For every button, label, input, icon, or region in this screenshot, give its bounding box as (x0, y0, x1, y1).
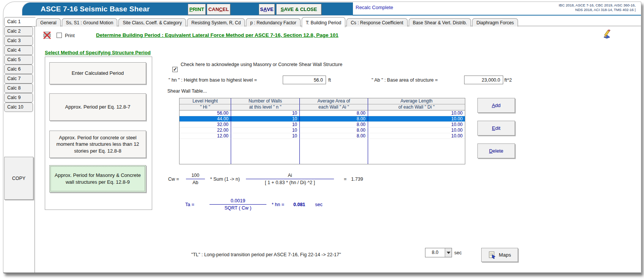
cw-equals: = (344, 177, 346, 182)
table-empty-area (180, 139, 465, 164)
ta-mult-term: * hn = (272, 202, 284, 207)
cw-sum-term: * Sum (1 -> n) (210, 177, 240, 182)
acknowledge-label: Check here to acknowledge using Masonry … (181, 62, 342, 67)
page-heading: Determine Building Period : Equivalent L… (96, 32, 339, 38)
tl-label: "TL" : Long-period transition period per… (191, 252, 341, 257)
cancel-button[interactable]: CANCEL (207, 4, 230, 15)
ta-formula: Ta = 0.0019 SQRT ( Cw ) * hn = 0.081 sec (185, 198, 323, 211)
fraction-bar (209, 204, 266, 205)
maps-button-label: Maps (499, 252, 511, 258)
ta-result: 0.081 (293, 202, 305, 207)
maps-icon (488, 251, 496, 259)
calc-tab-9[interactable]: Calc 9 (4, 93, 33, 102)
fraction-bar (186, 179, 205, 179)
tab-resisting-system[interactable]: Resisting System, R, Cd (187, 18, 245, 27)
cw-formula: Cw = 100 Ab * Sum (1 -> n) Ai [ 1 + 0.83… (168, 173, 363, 186)
table-row[interactable]: 22.00 10 8.00 10.00 (180, 128, 465, 133)
cw-result: 1.739 (351, 177, 363, 182)
calc-tab-7[interactable]: Calc 7 (4, 74, 33, 84)
acknowledge-checkbox[interactable] (172, 67, 178, 72)
print-disabled-icon[interactable] (43, 31, 51, 39)
window-title: ASCE 7-16 Seismic Base Shear (41, 5, 150, 13)
table-row[interactable]: 44.00 10 8.00 10.00 (180, 116, 465, 122)
tl-dropdown[interactable]: 8.0 (425, 248, 452, 257)
fraction-bar (246, 179, 334, 179)
tab-redundancy-factor[interactable]: p : Redundancy Factor (246, 18, 300, 27)
calc-tab-1[interactable]: Calc 1 (4, 17, 36, 27)
add-row-button[interactable]: Add (477, 98, 515, 113)
ta-lhs: Ta = (185, 202, 194, 207)
calc-tab-10[interactable]: Calc 10 (4, 102, 33, 112)
print-checkbox[interactable] (57, 33, 62, 38)
table-header-row-1: Level Height Number of Walls Average Are… (180, 98, 465, 104)
ab-label: " Ab " : Base area of structure = (372, 77, 438, 83)
copy-button[interactable]: COPY (4, 157, 33, 200)
tab-base-shear[interactable]: Base Shear & Vert. Distrib. (409, 18, 471, 27)
calc-tab-list: Calc 1 Calc 2 Calc 3 Calc 4 Calc 5 Calc … (4, 17, 36, 112)
hn-label: " hn " : Height from base to highest lev… (168, 77, 257, 83)
calc-tab-5[interactable]: Calc 5 (4, 55, 33, 65)
table-caption: Shear Wall Table... (167, 88, 207, 94)
ta-unit: sec (315, 202, 322, 207)
method-enter-calculated-period[interactable]: Enter Calculated Period (49, 62, 146, 84)
ab-unit: ft^2 (504, 77, 512, 83)
method-approx-eq-12-8-8[interactable]: Approx. Period for concrete or steel mom… (49, 131, 146, 158)
table-row[interactable]: 56.00 10 8.00 10.00 (180, 110, 465, 116)
save-and-close-button[interactable]: SAVE & CLOSE (276, 4, 321, 15)
print-button[interactable]: PRINT (188, 4, 206, 15)
cw-lhs: Cw = (168, 177, 179, 182)
tab-general[interactable]: General (36, 18, 61, 27)
cw-fraction-1: 100 Ab (186, 173, 205, 186)
app-window: ASCE 7-16 Seismic Base Shear ? PRINT CAN… (3, 2, 641, 273)
maps-button[interactable]: Maps (481, 248, 518, 262)
ab-input[interactable] (464, 76, 503, 84)
tl-unit: sec (454, 250, 461, 255)
tab-building-period[interactable]: T: Building Period (302, 17, 345, 27)
tab-ground-motion[interactable]: Ss, S1 : Ground Motion (62, 18, 118, 27)
shear-wall-table: Level Height Number of Walls Average Are… (179, 98, 465, 164)
calc-tab-2[interactable]: Calc 2 (4, 27, 33, 36)
method-approx-eq-12-8-9[interactable]: Approx. Period for Masonry & Concrete wa… (49, 165, 146, 192)
tab-strip: General Ss, S1 : Ground Motion Site Clas… (36, 16, 519, 27)
hn-unit: ft (328, 77, 331, 83)
calc-tab-6[interactable]: Calc 6 (4, 65, 33, 74)
method-heading: Select Method of Specifying Structure Pe… (45, 50, 151, 55)
save-button[interactable]: SAVE (259, 4, 275, 15)
table-row[interactable]: 32.00 10 8.00 10.00 (180, 122, 465, 128)
tab-diaphragm-forces[interactable]: Diaphragm Forces (472, 18, 518, 27)
tab-site-class[interactable]: Site Class, Coeff. & Category (118, 18, 186, 27)
building-codes-text: IBC 2018, ASCE 7-16, CBC 2019, AISC 360-… (551, 3, 636, 13)
recalc-status: Recalc Complete (356, 5, 393, 10)
tl-value: 8.0 (425, 248, 445, 257)
dropdown-arrow-icon[interactable] (445, 248, 452, 257)
hn-input[interactable] (283, 76, 326, 84)
delete-row-button[interactable]: Delete (477, 143, 515, 158)
edit-row-button[interactable]: Edit (477, 121, 515, 136)
calc-tab-8[interactable]: Calc 8 (4, 84, 33, 93)
ta-fraction: 0.0019 SQRT ( Cw ) (209, 198, 266, 211)
table-row[interactable]: 12.00 10 8.00 10.00 (180, 133, 465, 139)
calc-tab-4[interactable]: Calc 4 (4, 46, 33, 55)
table-header-row-2: " Hi " at this level " n " each Wall " A… (180, 104, 465, 110)
header-divider (353, 15, 641, 16)
calc-tab-3[interactable]: Calc 3 (4, 36, 33, 46)
method-approx-eq-12-8-7[interactable]: Approx. Period per Eq. 12.8-7 (49, 93, 146, 121)
edit-pencil-icon[interactable] (603, 30, 613, 39)
tab-response-coefficient[interactable]: Cs : Response Coefficient (346, 18, 408, 27)
cw-fraction-2: Ai [ 1 + 0.83 * (hn / Di) ^2 ] (246, 173, 334, 186)
print-checkbox-label: Print (65, 33, 75, 38)
